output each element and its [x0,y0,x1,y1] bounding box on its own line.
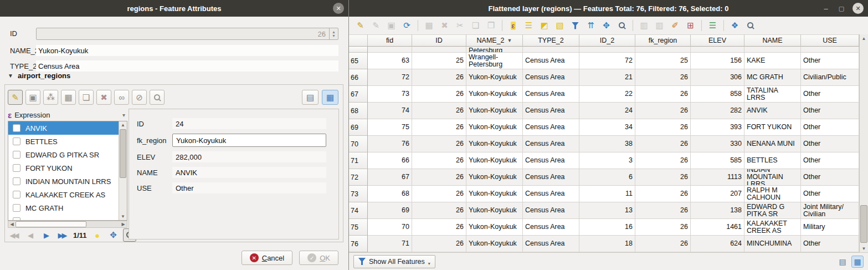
cell-type2[interactable]: Census Area [523,219,579,236]
cell-elev[interactable]: 138 [691,202,744,219]
next-feature-button[interactable]: ▶ [40,228,53,242]
feature-list-item[interactable]: EDWARD G PITKA SR [8,148,119,161]
row-header[interactable]: 65 [349,53,368,69]
zoom-to-child-feature-button[interactable] [150,90,165,105]
previous-feature-button[interactable]: ◀ [24,228,37,242]
zoom-to-selection-button[interactable] [615,19,629,32]
deselect-all-button[interactable]: ▧ [553,19,567,32]
cell-use[interactable]: Joint Military/ Civilian [801,202,859,219]
column-header-type2[interactable]: TYPE_2 [523,34,579,47]
cell-name[interactable]: FORT YUKON [744,119,801,136]
row-header[interactable]: 69 [349,119,368,136]
cell-fid[interactable] [368,47,412,53]
cell-type2[interactable]: Census Area [523,136,579,152]
cell-id2[interactable]: 16 [579,219,635,236]
cell-use[interactable]: Other [801,236,859,252]
minimize-button[interactable]: – [820,3,831,14]
cell-use[interactable] [801,47,859,53]
cell-type2[interactable]: Census Area [523,236,579,252]
cell-type2[interactable]: Census Area [523,202,579,219]
cell-fk_region[interactable]: 26 [635,152,691,169]
id-spinbox[interactable]: 26 ▲▼ [36,28,338,40]
scroll-up-icon[interactable]: ▲ [119,121,127,129]
reload-button[interactable]: ⟳ [400,19,414,32]
cell-elev[interactable]: 624 [691,236,744,252]
row-header[interactable]: 76 [349,236,368,252]
cell-type2[interactable] [523,47,579,53]
column-header-id[interactable]: ID [412,34,466,47]
cell-type2[interactable]: Census Area [523,169,579,186]
toggle-editing-button[interactable]: ✎ [353,19,367,32]
feature-list-item[interactable]: ANVIK [8,121,119,135]
cell-id[interactable]: 26 [412,236,466,252]
column-header-fk_region[interactable]: fk_region [635,34,691,47]
row-header[interactable]: 67 [349,86,368,103]
cell-type2[interactable]: Census Area [523,69,579,86]
cell-id2[interactable]: 24 [579,103,635,119]
table-view-button[interactable]: ▦ [851,256,864,268]
column-header-fid[interactable]: fid [368,34,412,47]
form-view-button[interactable]: ▤ [836,256,849,268]
cell-id[interactable]: 26 [412,202,466,219]
column-header-use[interactable]: USE [801,34,859,47]
dock-table-button[interactable]: ❖ [728,19,742,32]
cell-elev[interactable]: 1113 [691,169,744,186]
cell-id2[interactable]: 34 [579,119,635,136]
add-child-feature-button[interactable]: ⁂ [43,90,58,105]
cell-id[interactable]: 26 [412,186,466,202]
save-child-edits-button[interactable]: ▣ [25,90,40,105]
row-header[interactable] [349,47,368,53]
cell-name2[interactable]: Wrangell-Petersburg [466,53,523,69]
link-feature-button[interactable]: ∞ [114,90,129,105]
cell-name[interactable]: ANVIK [744,103,801,119]
row-header[interactable]: 73 [349,186,368,202]
toggle-editing-button[interactable]: ✎ [8,90,23,105]
cell-name2[interactable]: Yukon-Koyukuk [466,169,523,186]
cell-elev[interactable]: 207 [691,186,744,202]
cell-id[interactable]: 26 [412,103,466,119]
scroll-up-icon[interactable]: ▲ [860,34,868,42]
horizontal-scrollbar[interactable]: ◀ ▶ [8,221,127,228]
cell-id2[interactable]: 22 [579,86,635,103]
cell-use[interactable]: Other [801,169,859,186]
checkbox[interactable] [13,191,20,198]
cell-fid[interactable]: 72 [368,69,412,86]
row-header[interactable]: 72 [349,169,368,186]
cell-use[interactable]: Military [801,219,859,236]
cell-id[interactable]: 26 [412,136,466,152]
cell-name2[interactable]: Yukon-Koyukuk [466,69,523,86]
cell-elev[interactable] [691,47,744,53]
cell-name2[interactable]: Yukon-Koyukuk [466,236,523,252]
cell-fid[interactable]: 74 [368,103,412,119]
feature-list-item[interactable]: KALAKAKET CREEK AS [8,188,119,201]
column-header-name2[interactable]: NAME_2▼ [466,34,523,47]
checkbox[interactable] [13,204,20,212]
cell-id[interactable]: 26 [412,86,466,103]
cell-fk_region[interactable]: 26 [635,103,691,119]
cell-name2[interactable]: Petersburg [466,47,523,53]
cell-type2[interactable]: Census Area [523,86,579,103]
cell-name2[interactable]: Yukon-Koyukuk [466,136,523,152]
filter-select-button[interactable] [568,19,582,32]
select-by-expression-button[interactable]: ε [506,19,520,32]
invert-selection-button[interactable]: ◩ [537,19,551,32]
row-header[interactable]: 68 [349,103,368,119]
cell-name2[interactable]: Yukon-Koyukuk [466,119,523,136]
cell-type2[interactable]: Census Area [523,53,579,69]
cell-name2[interactable]: Yukon-Koyukuk [466,152,523,169]
cell-name[interactable]: RALPH M CALHOUN [744,186,801,202]
scrollbar-thumb[interactable] [860,205,867,243]
feature-list-item[interactable]: FORT YUKON [8,161,119,175]
cell-name[interactable]: MC GRATH [744,69,801,86]
cell-name2[interactable]: Yukon-Koyukuk [466,202,523,219]
cell-name2[interactable]: Yukon-Koyukuk [466,86,523,103]
cell-elev[interactable]: 393 [691,119,744,136]
cell-use[interactable]: Other [801,103,859,119]
column-header-id2[interactable]: ID_2 [579,34,635,47]
cell-elev[interactable]: 306 [691,69,744,86]
cell-fid[interactable]: 73 [368,86,412,103]
cell-id2[interactable]: 6 [579,169,635,186]
fk_region-field[interactable]: Yukon-Koyukuk [172,134,326,147]
cell-id[interactable] [412,47,466,53]
scroll-left-icon[interactable]: ◀ [8,222,16,227]
